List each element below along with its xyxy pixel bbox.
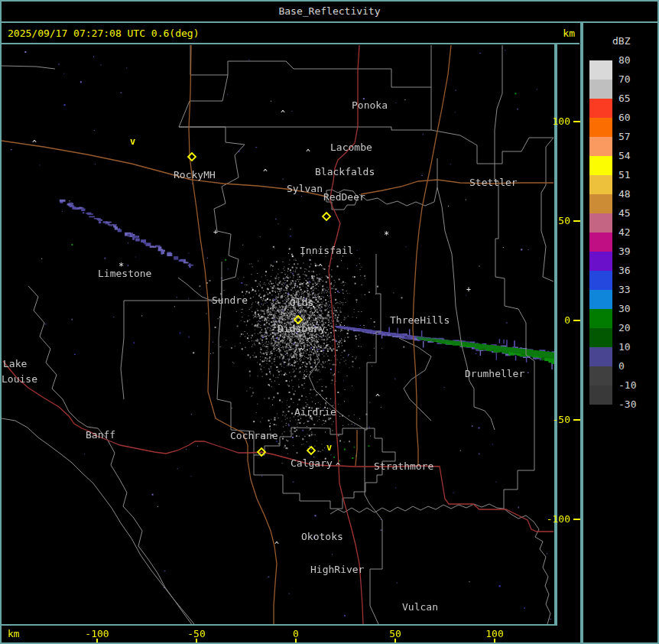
poi-plus-marker: +	[466, 285, 471, 294]
window-title: Base_Reflectivity	[278, 5, 380, 17]
scan-timestamp: 2025/09/17 07:27:08 UTC 0.6(deg)	[8, 28, 199, 39]
city-label: Airdrie	[294, 406, 336, 418]
hamlet-caret-marker: ^	[336, 462, 340, 470]
poi-star-marker: *	[118, 261, 124, 272]
poi-star-marker: *	[384, 229, 389, 240]
city-label: Sundre	[212, 294, 248, 306]
county-boundary	[437, 158, 495, 430]
city-label: Sylvan	[287, 183, 323, 194]
x-tick-label: 100	[472, 628, 518, 639]
legend-color-block	[589, 137, 612, 156]
legend-level-label: 45	[618, 207, 655, 219]
x-tick-label: 50	[372, 628, 418, 639]
legend-level-label: 60	[618, 112, 655, 123]
city-label: RockyMH	[174, 169, 216, 181]
legend-level-label: 57	[618, 131, 655, 142]
x-tick-mark	[494, 639, 495, 643]
hamlet-caret-marker: ^	[263, 168, 268, 177]
station-v-marker: v	[130, 136, 135, 147]
legend-level-label: -10	[618, 379, 655, 391]
y-tick-mark	[573, 419, 580, 421]
highway-brown	[2, 141, 191, 180]
legend-color-block	[589, 233, 612, 252]
legend-level-label: 54	[618, 150, 655, 161]
county-boundary	[217, 262, 254, 455]
highway-brown	[413, 45, 451, 466]
county-boundary	[2, 418, 194, 624]
station-v-marker: v	[326, 442, 332, 453]
legend-color-block	[589, 385, 612, 405]
y-tick-mark	[573, 320, 580, 321]
legend-level-label: 42	[618, 226, 655, 238]
legend-color-block	[589, 213, 612, 233]
city-label: Cochrane	[230, 430, 278, 441]
range-unit-label-top: km	[563, 28, 575, 39]
radar-map-view: PonokaLacombeBlackfaldsStettlerSylvanRed…	[2, 44, 554, 624]
county-boundary	[504, 509, 550, 624]
legend-level-label: 80	[618, 54, 655, 66]
x-tick-label: -50	[174, 628, 219, 639]
highway-brown	[189, 45, 277, 624]
county-boundary	[399, 338, 431, 421]
county-boundary	[2, 66, 55, 69]
axis-unit-label: km	[8, 628, 20, 639]
county-boundary	[330, 504, 504, 514]
legend-level-label: 39	[618, 246, 655, 257]
city-label: Stettler	[469, 177, 518, 188]
city-label: Lake	[3, 358, 27, 369]
city-label: Limestone	[98, 268, 152, 279]
city-label: Strathmore	[374, 460, 433, 472]
legend-level-label: 36	[618, 265, 655, 276]
window-title-bar: Base_Reflectivity	[2, 2, 657, 23]
city-label: Blackfalds	[315, 166, 375, 177]
city-label: HighRiver	[310, 564, 365, 575]
legend-level-label: 48	[618, 188, 655, 200]
city-label: Innisfail	[300, 245, 353, 256]
station-diamond-marker	[307, 447, 315, 454]
city-label: ThreeHills	[390, 314, 450, 326]
hamlet-caret-marker: ^	[318, 263, 323, 272]
legend-level-label: 10	[618, 341, 655, 353]
highway-brown	[361, 180, 553, 194]
county-boundary	[28, 286, 98, 428]
legend-color-block	[589, 271, 612, 290]
y-tick-mark	[573, 519, 580, 520]
city-label: Lacombe	[330, 141, 372, 153]
legend-color-block	[589, 118, 612, 137]
x-tick-label: -100	[74, 628, 120, 639]
legend-title: dBZ	[612, 35, 630, 47]
legend-level-label: 33	[618, 284, 655, 295]
legend-color-block	[589, 175, 612, 194]
x-axis-km: km -100-50050100	[2, 626, 580, 642]
county-boundary	[504, 430, 534, 509]
legend-color-block	[589, 194, 612, 213]
city-label: Banff	[86, 429, 115, 441]
highway-brown	[355, 430, 357, 466]
county-boundary	[365, 254, 382, 624]
station-diamond-marker	[323, 213, 330, 220]
city-label: Vulcan	[402, 601, 438, 613]
x-tick-mark	[196, 639, 197, 643]
legend-level-label: 65	[618, 93, 655, 104]
legend-color-block	[589, 252, 612, 271]
legend-level-label: -30	[618, 398, 655, 410]
city-label: Didsbury	[278, 323, 326, 334]
map-right-border	[554, 44, 557, 624]
radar-application-window: Base_Reflectivity 2025/09/17 07:27:08 UT…	[0, 0, 659, 644]
county-boundary	[541, 138, 553, 281]
city-label: Ponoka	[352, 99, 388, 111]
city-label: Louise	[2, 373, 37, 385]
city-label: RedDeer	[323, 191, 365, 203]
y-tick-mark	[573, 220, 580, 222]
hamlet-caret-marker: ^	[306, 148, 310, 157]
hamlet-caret-marker: ^	[281, 109, 285, 118]
legend-color-block	[589, 366, 612, 385]
y-tick-label: -100	[520, 513, 570, 525]
legend-color-block	[589, 156, 612, 175]
x-tick-mark	[394, 639, 396, 643]
x-tick-label: 0	[273, 628, 319, 639]
poi-plus-marker: +	[213, 228, 218, 236]
reflectivity-color-legend: dBZ 807065605754514845423936333020100-10…	[583, 23, 659, 642]
legend-level-label: 0	[618, 360, 655, 372]
county-boundary	[179, 75, 245, 301]
